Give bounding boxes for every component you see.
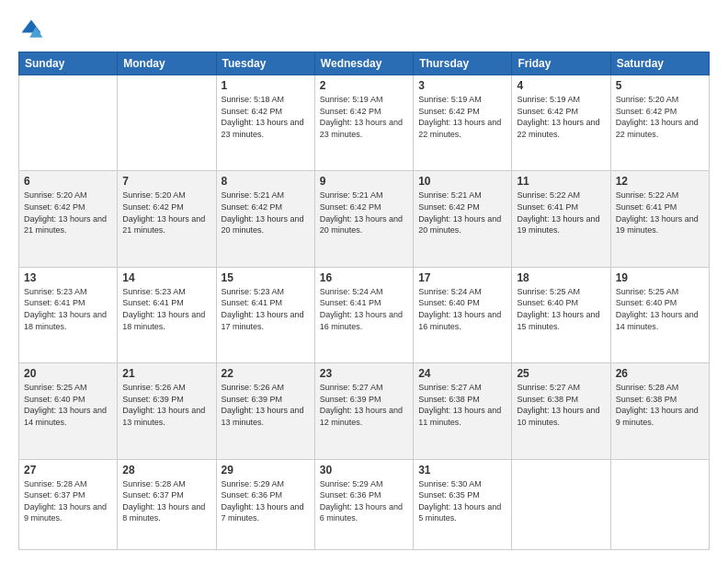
calendar-cell: 4Sunrise: 5:19 AM Sunset: 6:42 PM Daylig… xyxy=(512,75,610,171)
calendar-cell: 13Sunrise: 5:23 AM Sunset: 6:41 PM Dayli… xyxy=(19,267,118,362)
day-number: 5 xyxy=(616,79,704,92)
day-number: 6 xyxy=(24,175,112,188)
weekday-header-tuesday: Tuesday xyxy=(216,52,314,75)
day-info: Sunrise: 5:20 AM Sunset: 6:42 PM Dayligh… xyxy=(616,94,704,140)
day-info: Sunrise: 5:20 AM Sunset: 6:42 PM Dayligh… xyxy=(122,190,210,236)
day-info: Sunrise: 5:28 AM Sunset: 6:38 PM Dayligh… xyxy=(616,382,704,428)
calendar-cell: 28Sunrise: 5:28 AM Sunset: 6:37 PM Dayli… xyxy=(118,459,216,549)
day-number: 27 xyxy=(24,464,112,477)
day-number: 22 xyxy=(222,367,310,380)
day-info: Sunrise: 5:28 AM Sunset: 6:37 PM Dayligh… xyxy=(122,478,210,524)
calendar-cell: 1Sunrise: 5:18 AM Sunset: 6:42 PM Daylig… xyxy=(216,75,314,171)
calendar-cell: 19Sunrise: 5:25 AM Sunset: 6:40 PM Dayli… xyxy=(610,267,709,362)
calendar-cell: 10Sunrise: 5:21 AM Sunset: 6:42 PM Dayli… xyxy=(414,171,512,267)
day-number: 2 xyxy=(320,79,408,92)
calendar-cell: 9Sunrise: 5:21 AM Sunset: 6:42 PM Daylig… xyxy=(314,171,413,267)
weekday-header-wednesday: Wednesday xyxy=(314,52,413,75)
calendar-cell: 3Sunrise: 5:19 AM Sunset: 6:42 PM Daylig… xyxy=(414,75,512,171)
day-info: Sunrise: 5:19 AM Sunset: 6:42 PM Dayligh… xyxy=(320,94,408,140)
day-info: Sunrise: 5:23 AM Sunset: 6:41 PM Dayligh… xyxy=(122,286,210,332)
logo xyxy=(18,17,48,42)
calendar-cell: 17Sunrise: 5:24 AM Sunset: 6:40 PM Dayli… xyxy=(414,267,512,362)
calendar-cell: 2Sunrise: 5:19 AM Sunset: 6:42 PM Daylig… xyxy=(314,75,413,171)
calendar-cell: 18Sunrise: 5:25 AM Sunset: 6:40 PM Dayli… xyxy=(512,267,610,362)
day-info: Sunrise: 5:27 AM Sunset: 6:38 PM Dayligh… xyxy=(418,382,506,428)
calendar-cell: 15Sunrise: 5:23 AM Sunset: 6:41 PM Dayli… xyxy=(216,267,314,362)
calendar-cell: 5Sunrise: 5:20 AM Sunset: 6:42 PM Daylig… xyxy=(610,75,709,171)
header xyxy=(18,17,710,42)
day-info: Sunrise: 5:22 AM Sunset: 6:41 PM Dayligh… xyxy=(616,190,704,236)
day-info: Sunrise: 5:29 AM Sunset: 6:36 PM Dayligh… xyxy=(320,478,408,524)
day-info: Sunrise: 5:22 AM Sunset: 6:41 PM Dayligh… xyxy=(517,190,605,236)
day-number: 30 xyxy=(320,464,408,477)
day-info: Sunrise: 5:23 AM Sunset: 6:41 PM Dayligh… xyxy=(222,286,310,332)
day-number: 3 xyxy=(418,79,506,92)
day-info: Sunrise: 5:27 AM Sunset: 6:38 PM Dayligh… xyxy=(517,382,605,428)
day-number: 24 xyxy=(418,367,506,380)
day-number: 18 xyxy=(517,271,605,284)
day-number: 29 xyxy=(222,464,310,477)
day-number: 26 xyxy=(616,367,704,380)
calendar-cell: 12Sunrise: 5:22 AM Sunset: 6:41 PM Dayli… xyxy=(610,171,709,267)
calendar-cell: 30Sunrise: 5:29 AM Sunset: 6:36 PM Dayli… xyxy=(314,459,413,549)
calendar-cell: 31Sunrise: 5:30 AM Sunset: 6:35 PM Dayli… xyxy=(414,459,512,549)
calendar-cell: 22Sunrise: 5:26 AM Sunset: 6:39 PM Dayli… xyxy=(216,363,314,459)
calendar-cell xyxy=(19,75,118,171)
weekday-header-friday: Friday xyxy=(512,52,610,75)
calendar-cell: 16Sunrise: 5:24 AM Sunset: 6:41 PM Dayli… xyxy=(314,267,413,362)
day-number: 13 xyxy=(24,271,112,284)
day-number: 17 xyxy=(418,271,506,284)
day-number: 25 xyxy=(517,367,605,380)
day-info: Sunrise: 5:20 AM Sunset: 6:42 PM Dayligh… xyxy=(24,190,112,236)
day-info: Sunrise: 5:30 AM Sunset: 6:35 PM Dayligh… xyxy=(418,478,506,524)
day-number: 19 xyxy=(616,271,704,284)
day-info: Sunrise: 5:25 AM Sunset: 6:40 PM Dayligh… xyxy=(616,286,704,332)
day-info: Sunrise: 5:28 AM Sunset: 6:37 PM Dayligh… xyxy=(24,478,112,524)
calendar-table: SundayMondayTuesdayWednesdayThursdayFrid… xyxy=(18,52,710,550)
day-info: Sunrise: 5:21 AM Sunset: 6:42 PM Dayligh… xyxy=(222,190,310,236)
day-number: 9 xyxy=(320,175,408,188)
day-number: 23 xyxy=(320,367,408,380)
day-number: 21 xyxy=(122,367,210,380)
day-number: 15 xyxy=(222,271,310,284)
weekday-header-monday: Monday xyxy=(118,52,216,75)
day-info: Sunrise: 5:21 AM Sunset: 6:42 PM Dayligh… xyxy=(418,190,506,236)
calendar-cell: 23Sunrise: 5:27 AM Sunset: 6:39 PM Dayli… xyxy=(314,363,413,459)
calendar-week-1: 1Sunrise: 5:18 AM Sunset: 6:42 PM Daylig… xyxy=(19,75,710,171)
calendar-cell: 21Sunrise: 5:26 AM Sunset: 6:39 PM Dayli… xyxy=(118,363,216,459)
calendar-week-4: 20Sunrise: 5:25 AM Sunset: 6:40 PM Dayli… xyxy=(19,363,710,459)
day-info: Sunrise: 5:19 AM Sunset: 6:42 PM Dayligh… xyxy=(517,94,605,140)
day-info: Sunrise: 5:25 AM Sunset: 6:40 PM Dayligh… xyxy=(24,382,112,428)
day-info: Sunrise: 5:29 AM Sunset: 6:36 PM Dayligh… xyxy=(222,478,310,524)
day-number: 1 xyxy=(222,79,310,92)
day-number: 10 xyxy=(418,175,506,188)
day-number: 16 xyxy=(320,271,408,284)
day-info: Sunrise: 5:24 AM Sunset: 6:40 PM Dayligh… xyxy=(418,286,506,332)
day-number: 11 xyxy=(517,175,605,188)
calendar-week-3: 13Sunrise: 5:23 AM Sunset: 6:41 PM Dayli… xyxy=(19,267,710,362)
calendar-cell: 29Sunrise: 5:29 AM Sunset: 6:36 PM Dayli… xyxy=(216,459,314,549)
weekday-header-saturday: Saturday xyxy=(610,52,709,75)
calendar-cell: 14Sunrise: 5:23 AM Sunset: 6:41 PM Dayli… xyxy=(118,267,216,362)
calendar-cell xyxy=(512,459,610,549)
calendar-cell: 8Sunrise: 5:21 AM Sunset: 6:42 PM Daylig… xyxy=(216,171,314,267)
calendar-week-5: 27Sunrise: 5:28 AM Sunset: 6:37 PM Dayli… xyxy=(19,459,710,549)
day-info: Sunrise: 5:23 AM Sunset: 6:41 PM Dayligh… xyxy=(24,286,112,332)
day-number: 4 xyxy=(517,79,605,92)
calendar-cell xyxy=(118,75,216,171)
page: SundayMondayTuesdayWednesdayThursdayFrid… xyxy=(0,0,728,563)
calendar-cell: 11Sunrise: 5:22 AM Sunset: 6:41 PM Dayli… xyxy=(512,171,610,267)
calendar-cell: 7Sunrise: 5:20 AM Sunset: 6:42 PM Daylig… xyxy=(118,171,216,267)
day-info: Sunrise: 5:27 AM Sunset: 6:39 PM Dayligh… xyxy=(320,382,408,428)
day-number: 12 xyxy=(616,175,704,188)
day-info: Sunrise: 5:26 AM Sunset: 6:39 PM Dayligh… xyxy=(122,382,210,428)
day-number: 28 xyxy=(122,464,210,477)
calendar-cell: 25Sunrise: 5:27 AM Sunset: 6:38 PM Dayli… xyxy=(512,363,610,459)
weekday-header-thursday: Thursday xyxy=(414,52,512,75)
calendar-cell: 24Sunrise: 5:27 AM Sunset: 6:38 PM Dayli… xyxy=(414,363,512,459)
calendar-cell: 27Sunrise: 5:28 AM Sunset: 6:37 PM Dayli… xyxy=(19,459,118,549)
day-info: Sunrise: 5:24 AM Sunset: 6:41 PM Dayligh… xyxy=(320,286,408,332)
day-number: 7 xyxy=(122,175,210,188)
calendar-cell: 26Sunrise: 5:28 AM Sunset: 6:38 PM Dayli… xyxy=(610,363,709,459)
calendar-cell: 6Sunrise: 5:20 AM Sunset: 6:42 PM Daylig… xyxy=(19,171,118,267)
